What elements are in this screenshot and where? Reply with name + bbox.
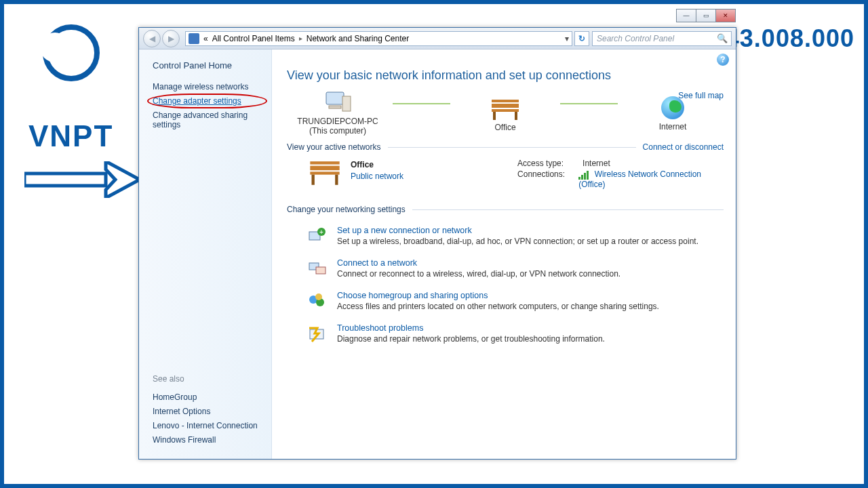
map-node-office: Office [454, 94, 556, 132]
wifi-signal-icon [578, 170, 589, 180]
control-panel-window: — ▭ ✕ ◀ ▶ « All Control Panel Items ▸ Ne… [138, 27, 736, 460]
back-button[interactable]: ◀ [143, 30, 161, 47]
sidebar-item-advanced-sharing[interactable]: Change advanced sharing settings [153, 110, 262, 129]
svg-text:+: + [319, 228, 323, 236]
page-title: View your basic network information and … [287, 68, 724, 83]
active-network-block: Office Public network Access type: Inter… [287, 157, 724, 192]
search-input[interactable]: Search Control Panel 🔍 [592, 31, 732, 46]
svg-rect-0 [24, 174, 106, 186]
task-item: Choose homegroup and sharing options Acc… [287, 285, 724, 317]
svg-rect-2 [326, 92, 344, 104]
map-node-sublabel: (This computer) [287, 126, 389, 136]
maximize-button[interactable]: ▭ [696, 9, 716, 22]
map-node-label: Office [454, 123, 556, 132]
task-item: + Set up a new connection or network Set… [287, 220, 724, 252]
svg-rect-6 [492, 100, 519, 102]
task-title-link[interactable]: Connect to a network [337, 258, 620, 268]
connection-line-icon [393, 103, 450, 104]
sidebar-item-change-adapter[interactable]: Change adapter settings [153, 96, 262, 106]
vnpt-logo: VNPT [28, 24, 113, 153]
vnpt-swirl-icon [43, 24, 100, 81]
svg-rect-5 [492, 104, 519, 108]
sidebar-item-manage-wireless[interactable]: Manage wireless networks [153, 82, 262, 92]
new-connection-icon: + [307, 226, 328, 246]
task-title-link[interactable]: Troubleshoot problems [337, 323, 605, 333]
see-full-map-link[interactable]: See full map [678, 91, 724, 100]
map-node-internet: Internet [622, 95, 724, 131]
connect-disconnect-link[interactable]: Connect or disconnect [643, 142, 724, 152]
svg-rect-9 [515, 112, 517, 120]
task-title-link[interactable]: Choose homegroup and sharing options [337, 291, 659, 300]
troubleshoot-icon [307, 323, 328, 344]
network-map: See full map TRUNGDIEPCOM-PC (This compu… [287, 91, 724, 136]
network-name: Office [351, 160, 403, 169]
svg-rect-8 [493, 112, 496, 120]
svg-rect-11 [310, 161, 339, 164]
see-also-lenovo[interactable]: Lenovo - Internet Connection [153, 421, 262, 430]
svg-rect-3 [329, 106, 341, 108]
task-item: Connect to a network Connect or reconnec… [287, 252, 724, 285]
task-description: Diagnose and repair network problems, or… [337, 334, 605, 344]
bench-icon [307, 160, 342, 187]
svg-rect-13 [312, 175, 315, 185]
svg-marker-1 [106, 161, 140, 198]
map-node-label: Internet [622, 122, 724, 131]
breadcrumb-item[interactable]: Network and Sharing Center [307, 34, 409, 43]
refresh-button[interactable]: ↻ [574, 31, 589, 46]
change-settings-header: Change your networking settings [287, 205, 406, 214]
main-panel: ? View your basic network information an… [272, 49, 736, 459]
breadcrumb[interactable]: « All Control Panel Items ▸ Network and … [185, 31, 572, 46]
vnpt-logo-text: VNPT [28, 119, 113, 153]
svg-point-22 [315, 293, 322, 300]
see-also-firewall[interactable]: Windows Firewall [153, 435, 262, 445]
svg-rect-10 [310, 166, 339, 171]
connection-link[interactable]: Wireless Network Connection (Office) [578, 169, 701, 189]
task-description: Set up a wireless, broadband, dial-up, a… [337, 237, 698, 246]
connection-line-icon [560, 103, 618, 104]
divider [388, 147, 636, 148]
access-type-value: Internet [583, 159, 610, 168]
globe-icon [661, 96, 684, 119]
map-node-pc: TRUNGDIEPCOM-PC (This computer) [287, 91, 389, 136]
task-description: Connect or reconnect to a wireless, wire… [337, 269, 620, 279]
tasks-list: + Set up a new connection or network Set… [287, 220, 724, 350]
see-also-internet-options[interactable]: Internet Options [153, 407, 262, 416]
control-panel-home-link[interactable]: Control Panel Home [153, 60, 262, 70]
task-item: Troubleshoot problems Diagnose and repai… [287, 317, 724, 350]
see-also-header: See also [153, 374, 262, 384]
task-title-link[interactable]: Set up a new connection or network [337, 226, 698, 235]
divider [412, 209, 724, 210]
annotation-arrow-icon [24, 161, 140, 198]
breadcrumb-prefix: « [203, 34, 208, 43]
breadcrumb-item[interactable]: All Control Panel Items [212, 34, 295, 43]
breadcrumb-dropdown[interactable]: ▾ [565, 34, 569, 43]
chevron-right-icon: ▸ [295, 35, 307, 42]
svg-rect-4 [342, 96, 351, 111]
bench-icon [489, 100, 521, 120]
network-icon [189, 33, 199, 44]
see-also-homegroup[interactable]: HomeGroup [153, 392, 262, 402]
map-node-label: TRUNGDIEPCOM-PC [287, 117, 389, 126]
close-button[interactable]: ✕ [715, 9, 736, 22]
task-description: Access files and printers located on oth… [337, 302, 659, 311]
search-placeholder: Search Control Panel [597, 34, 674, 43]
search-icon: 🔍 [717, 33, 728, 43]
active-networks-header: View your active networks [287, 142, 381, 152]
computer-icon [323, 91, 352, 114]
forward-button[interactable]: ▶ [162, 30, 180, 47]
sidebar: Control Panel Home Manage wireless netwo… [139, 49, 272, 459]
connect-network-icon [307, 258, 328, 279]
help-button[interactable]: ? [717, 54, 729, 66]
svg-rect-14 [335, 175, 338, 185]
homegroup-icon [307, 291, 328, 311]
network-type-link[interactable]: Public network [351, 171, 403, 181]
access-type-label: Access type: [517, 159, 583, 168]
connections-label: Connections: [517, 169, 578, 189]
svg-rect-7 [492, 109, 519, 112]
address-bar: ◀ ▶ « All Control Panel Items ▸ Network … [139, 28, 736, 49]
svg-rect-19 [316, 267, 326, 274]
svg-rect-12 [310, 171, 339, 174]
minimize-button[interactable]: — [676, 9, 696, 22]
